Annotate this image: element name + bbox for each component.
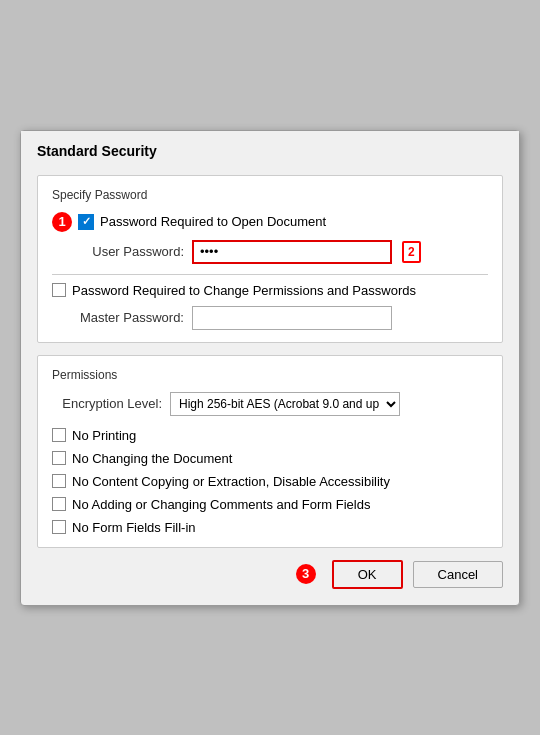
- change-permissions-label: Password Required to Change Permissions …: [72, 283, 416, 298]
- no-printing-row: No Printing: [52, 428, 488, 443]
- no-printing-checkbox[interactable]: [52, 428, 66, 442]
- no-form-fields-label: No Form Fields Fill-in: [72, 520, 196, 535]
- no-printing-label: No Printing: [72, 428, 136, 443]
- standard-security-dialog: Standard Security Specify Password 1 Pas…: [20, 130, 520, 606]
- no-changing-row: No Changing the Document: [52, 451, 488, 466]
- no-content-copying-label: No Content Copying or Extraction, Disabl…: [72, 474, 390, 489]
- specify-password-label: Specify Password: [52, 188, 488, 202]
- open-doc-checkbox[interactable]: [78, 214, 94, 230]
- no-adding-comments-label: No Adding or Changing Comments and Form …: [72, 497, 370, 512]
- master-password-input[interactable]: [192, 306, 392, 330]
- specify-password-section: Specify Password 1 Password Required to …: [37, 175, 503, 343]
- annotation-badge-3: 3: [296, 564, 316, 584]
- permissions-label: Permissions: [52, 368, 488, 382]
- open-doc-label: Password Required to Open Document: [100, 214, 326, 229]
- dialog-title: Standard Security: [21, 131, 519, 167]
- encryption-level-select[interactable]: High 256-bit AES (Acrobat 9.0 and up) Hi…: [170, 392, 400, 416]
- ok-button[interactable]: OK: [332, 560, 403, 589]
- no-adding-comments-row: No Adding or Changing Comments and Form …: [52, 497, 488, 512]
- encryption-level-label: Encryption Level:: [52, 396, 162, 411]
- no-content-copying-row: No Content Copying or Extraction, Disabl…: [52, 474, 488, 489]
- user-password-label: User Password:: [74, 244, 184, 259]
- change-permissions-checkbox[interactable]: [52, 283, 66, 297]
- permissions-section: Permissions Encryption Level: High 256-b…: [37, 355, 503, 548]
- master-password-label: Master Password:: [74, 310, 184, 325]
- no-adding-comments-checkbox[interactable]: [52, 497, 66, 511]
- no-form-fields-checkbox[interactable]: [52, 520, 66, 534]
- annotation-badge-1: 1: [52, 212, 72, 232]
- no-content-copying-checkbox[interactable]: [52, 474, 66, 488]
- cancel-button[interactable]: Cancel: [413, 561, 503, 588]
- user-password-input[interactable]: [192, 240, 392, 264]
- no-changing-checkbox[interactable]: [52, 451, 66, 465]
- no-form-fields-row: No Form Fields Fill-in: [52, 520, 488, 535]
- no-changing-label: No Changing the Document: [72, 451, 232, 466]
- annotation-badge-2: 2: [402, 241, 421, 263]
